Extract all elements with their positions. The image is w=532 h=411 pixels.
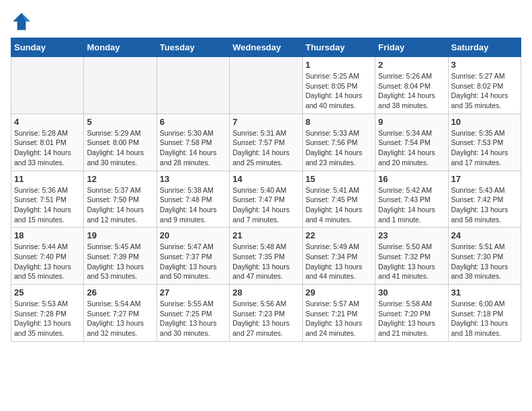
- day-info: Sunrise: 5:55 AMSunset: 7:25 PMDaylight:…: [160, 299, 226, 338]
- day-info: Sunrise: 5:34 AMSunset: 7:54 PMDaylight:…: [378, 128, 445, 168]
- calendar-cell: 29Sunrise: 5:57 AMSunset: 7:21 PMDayligh…: [302, 285, 375, 342]
- calendar-cell: 15Sunrise: 5:41 AMSunset: 7:45 PMDayligh…: [302, 171, 375, 228]
- calendar-cell: 4Sunrise: 5:28 AMSunset: 8:01 PMDaylight…: [11, 113, 84, 171]
- day-number: 17: [451, 174, 518, 184]
- calendar-table: SundayMondayTuesdayWednesdayThursdayFrid…: [11, 38, 521, 342]
- day-number: 29: [306, 287, 372, 298]
- calendar-cell: 8Sunrise: 5:33 AMSunset: 7:56 PMDaylight…: [302, 113, 375, 171]
- day-number: 1: [306, 60, 372, 70]
- calendar-cell: 26Sunrise: 5:54 AMSunset: 7:27 PMDayligh…: [84, 285, 157, 342]
- day-info: Sunrise: 5:40 AMSunset: 7:47 PMDaylight:…: [232, 185, 299, 225]
- day-number: 23: [378, 230, 445, 240]
- calendar-cell: [11, 57, 84, 114]
- day-number: 19: [87, 230, 153, 240]
- day-number: 11: [14, 174, 81, 184]
- day-info: Sunrise: 5:30 AMSunset: 7:58 PMDaylight:…: [160, 128, 226, 168]
- day-info: Sunrise: 5:56 AMSunset: 7:23 PMDaylight:…: [232, 299, 299, 338]
- page-header: [11, 11, 521, 32]
- day-info: Sunrise: 5:50 AMSunset: 7:32 PMDaylight:…: [378, 242, 445, 281]
- logo-icon: [11, 11, 32, 32]
- day-number: 16: [378, 174, 445, 184]
- day-number: 9: [378, 117, 445, 127]
- day-info: Sunrise: 5:45 AMSunset: 7:39 PMDaylight:…: [87, 242, 153, 281]
- day-number: 8: [306, 117, 372, 127]
- day-number: 30: [378, 287, 445, 298]
- calendar-week-row: 1Sunrise: 5:25 AMSunset: 8:05 PMDaylight…: [11, 57, 521, 114]
- day-number: 31: [451, 287, 518, 298]
- weekday-header: Tuesday: [157, 38, 229, 57]
- day-number: 21: [232, 230, 299, 240]
- day-number: 15: [306, 174, 372, 184]
- day-number: 13: [160, 174, 226, 184]
- calendar-cell: [230, 57, 302, 114]
- calendar-cell: 12Sunrise: 5:37 AMSunset: 7:50 PMDayligh…: [84, 171, 157, 228]
- day-info: Sunrise: 5:38 AMSunset: 7:48 PMDaylight:…: [160, 185, 226, 225]
- calendar-cell: 19Sunrise: 5:45 AMSunset: 7:39 PMDayligh…: [84, 228, 157, 285]
- day-number: 10: [451, 117, 518, 127]
- weekday-header: Sunday: [11, 38, 84, 57]
- day-info: Sunrise: 5:42 AMSunset: 7:43 PMDaylight:…: [378, 185, 445, 225]
- day-number: 14: [232, 174, 299, 184]
- day-info: Sunrise: 5:41 AMSunset: 7:45 PMDaylight:…: [306, 185, 372, 225]
- calendar-cell: 18Sunrise: 5:44 AMSunset: 7:40 PMDayligh…: [11, 228, 84, 285]
- day-number: 24: [451, 230, 518, 240]
- calendar-cell: 14Sunrise: 5:40 AMSunset: 7:47 PMDayligh…: [230, 171, 302, 228]
- calendar-cell: 30Sunrise: 5:58 AMSunset: 7:20 PMDayligh…: [375, 285, 448, 342]
- calendar-cell: 25Sunrise: 5:53 AMSunset: 7:28 PMDayligh…: [11, 285, 84, 342]
- day-number: 18: [14, 230, 81, 240]
- day-info: Sunrise: 5:26 AMSunset: 8:04 PMDaylight:…: [378, 71, 445, 111]
- weekday-header: Saturday: [448, 38, 521, 57]
- day-info: Sunrise: 5:28 AMSunset: 8:01 PMDaylight:…: [14, 128, 81, 168]
- calendar-header-row: SundayMondayTuesdayWednesdayThursdayFrid…: [11, 38, 521, 57]
- day-info: Sunrise: 5:27 AMSunset: 8:02 PMDaylight:…: [451, 71, 518, 111]
- day-info: Sunrise: 5:29 AMSunset: 8:00 PMDaylight:…: [87, 128, 153, 168]
- weekday-header: Monday: [84, 38, 157, 57]
- day-info: Sunrise: 5:31 AMSunset: 7:57 PMDaylight:…: [232, 128, 299, 168]
- day-info: Sunrise: 5:47 AMSunset: 7:37 PMDaylight:…: [160, 242, 226, 281]
- weekday-header: Thursday: [302, 38, 375, 57]
- day-number: 26: [87, 287, 153, 298]
- calendar-cell: 31Sunrise: 6:00 AMSunset: 7:18 PMDayligh…: [448, 285, 521, 342]
- calendar-cell: 20Sunrise: 5:47 AMSunset: 7:37 PMDayligh…: [157, 228, 229, 285]
- calendar-cell: 13Sunrise: 5:38 AMSunset: 7:48 PMDayligh…: [157, 171, 229, 228]
- calendar-cell: [84, 57, 157, 114]
- calendar-cell: 21Sunrise: 5:48 AMSunset: 7:35 PMDayligh…: [230, 228, 302, 285]
- calendar-cell: 11Sunrise: 5:36 AMSunset: 7:51 PMDayligh…: [11, 171, 84, 228]
- day-number: 20: [160, 230, 226, 240]
- day-info: Sunrise: 5:33 AMSunset: 7:56 PMDaylight:…: [306, 128, 372, 168]
- weekday-header: Friday: [375, 38, 448, 57]
- day-number: 22: [306, 230, 372, 240]
- day-info: Sunrise: 6:00 AMSunset: 7:18 PMDaylight:…: [451, 299, 518, 338]
- calendar-cell: 7Sunrise: 5:31 AMSunset: 7:57 PMDaylight…: [230, 113, 302, 171]
- calendar-cell: 2Sunrise: 5:26 AMSunset: 8:04 PMDaylight…: [375, 57, 448, 114]
- weekday-header: Wednesday: [230, 38, 302, 57]
- calendar-cell: 9Sunrise: 5:34 AMSunset: 7:54 PMDaylight…: [375, 113, 448, 171]
- day-number: 2: [378, 60, 445, 70]
- day-info: Sunrise: 5:44 AMSunset: 7:40 PMDaylight:…: [14, 242, 81, 281]
- day-number: 27: [160, 287, 226, 298]
- calendar-week-row: 18Sunrise: 5:44 AMSunset: 7:40 PMDayligh…: [11, 228, 521, 285]
- day-info: Sunrise: 5:37 AMSunset: 7:50 PMDaylight:…: [87, 185, 153, 225]
- day-info: Sunrise: 5:58 AMSunset: 7:20 PMDaylight:…: [378, 299, 445, 338]
- day-info: Sunrise: 5:35 AMSunset: 7:53 PMDaylight:…: [451, 128, 518, 168]
- day-info: Sunrise: 5:36 AMSunset: 7:51 PMDaylight:…: [14, 185, 81, 225]
- calendar-cell: 27Sunrise: 5:55 AMSunset: 7:25 PMDayligh…: [157, 285, 229, 342]
- calendar-cell: 16Sunrise: 5:42 AMSunset: 7:43 PMDayligh…: [375, 171, 448, 228]
- calendar-cell: 28Sunrise: 5:56 AMSunset: 7:23 PMDayligh…: [230, 285, 302, 342]
- calendar-cell: 10Sunrise: 5:35 AMSunset: 7:53 PMDayligh…: [448, 113, 521, 171]
- day-info: Sunrise: 5:51 AMSunset: 7:30 PMDaylight:…: [451, 242, 518, 281]
- calendar-cell: 23Sunrise: 5:50 AMSunset: 7:32 PMDayligh…: [375, 228, 448, 285]
- day-info: Sunrise: 5:57 AMSunset: 7:21 PMDaylight:…: [306, 299, 372, 338]
- day-info: Sunrise: 5:53 AMSunset: 7:28 PMDaylight:…: [14, 299, 81, 338]
- calendar-cell: 17Sunrise: 5:43 AMSunset: 7:42 PMDayligh…: [448, 171, 521, 228]
- day-info: Sunrise: 5:54 AMSunset: 7:27 PMDaylight:…: [87, 299, 153, 338]
- day-number: 4: [14, 117, 81, 127]
- calendar-week-row: 4Sunrise: 5:28 AMSunset: 8:01 PMDaylight…: [11, 113, 521, 171]
- day-info: Sunrise: 5:48 AMSunset: 7:35 PMDaylight:…: [232, 242, 299, 281]
- day-number: 25: [14, 287, 81, 298]
- calendar-cell: [157, 57, 229, 114]
- day-info: Sunrise: 5:49 AMSunset: 7:34 PMDaylight:…: [306, 242, 372, 281]
- calendar-cell: 22Sunrise: 5:49 AMSunset: 7:34 PMDayligh…: [302, 228, 375, 285]
- day-number: 7: [232, 117, 299, 127]
- day-number: 6: [160, 117, 226, 127]
